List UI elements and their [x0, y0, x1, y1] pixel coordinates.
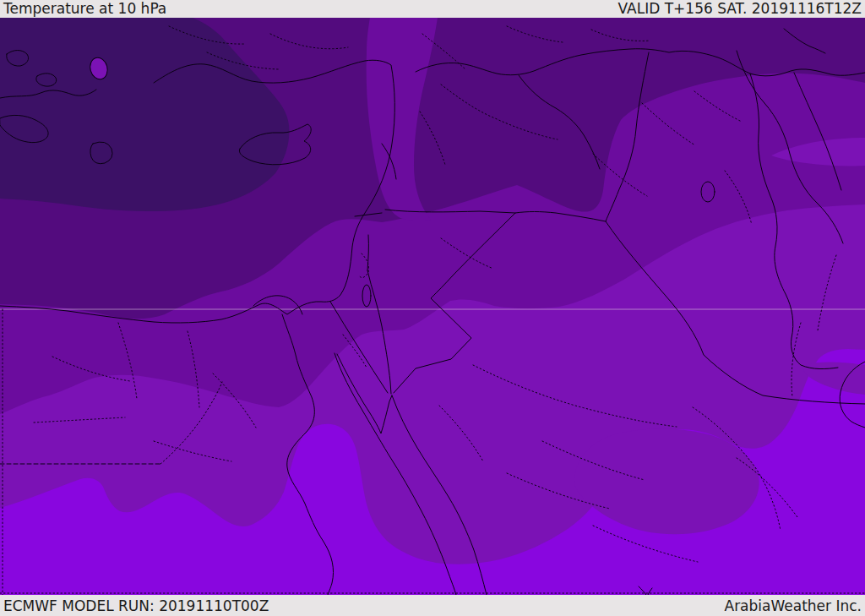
- footer-bar: ECMWF MODEL RUN: 20191110T00Z ArabiaWeat…: [0, 595, 865, 616]
- valid-time-label: VALID T+156 SAT. 20191116T12Z: [618, 0, 862, 18]
- model-run-label: ECMWF MODEL RUN: 20191110T00Z: [3, 596, 269, 616]
- map-title: Temperature at 10 hPa: [3, 0, 166, 18]
- credit-label: ArabiaWeather Inc.: [725, 596, 862, 616]
- header-bar: Temperature at 10 hPa VALID T+156 SAT. 2…: [0, 0, 865, 18]
- weather-map-canvas: [0, 18, 865, 595]
